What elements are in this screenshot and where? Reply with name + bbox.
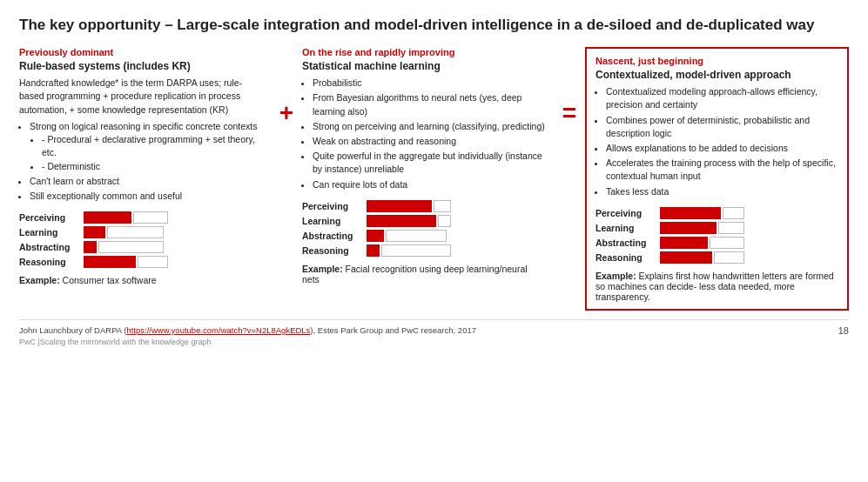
column-col1: Previously dominantRule-based systems (i… bbox=[19, 47, 271, 285]
bullet-item-col2-0: Probabilistic bbox=[313, 77, 545, 90]
chart-row-label-col3-3: Reasoning bbox=[595, 252, 655, 263]
bar-red-col1-2 bbox=[84, 241, 97, 253]
col-label-col3: Nascent, just beginning bbox=[595, 56, 838, 66]
chart-bar-container-col3-2 bbox=[660, 237, 744, 249]
main-title: The key opportunity – Large-scale integr… bbox=[19, 16, 849, 35]
bullet-item-col2-5: Can require lots of data bbox=[313, 178, 545, 191]
sub-bullet-col1-0: Procedural + declarative programming + s… bbox=[30, 133, 262, 173]
example-col2: Example: Facial recognition using deep l… bbox=[302, 264, 545, 285]
col-heading-col1: Rule-based systems (includes KR) bbox=[19, 60, 262, 72]
chart-bar-container-col3-0 bbox=[660, 207, 744, 219]
bullet-item-col2-3: Weak on abstracting and reasoning bbox=[313, 135, 545, 148]
bullet-item-col1-0: Strong on logical reasoning in specific … bbox=[30, 120, 262, 173]
bar-red-col2-2 bbox=[367, 230, 384, 242]
chart-row-label-col3-0: Perceiving bbox=[595, 208, 655, 218]
chart-row-col3-1: Learning bbox=[595, 222, 838, 234]
citation-link[interactable]: https://www.youtube.com/watch?v=N2L8AgkE… bbox=[126, 325, 310, 335]
chart-col3: PerceivingLearningAbstractingReasoning bbox=[595, 207, 838, 264]
chart-row-col3-0: Perceiving bbox=[595, 207, 838, 219]
columns-container: Previously dominantRule-based systems (i… bbox=[19, 47, 849, 311]
column-col2: On the rise and rapidly improvingStatist… bbox=[302, 47, 554, 285]
chart-row-label-col1-0: Perceiving bbox=[19, 212, 78, 223]
operator-equals: = bbox=[554, 47, 585, 127]
bullet-item-col2-2: Strong on perceiving and learning (class… bbox=[313, 120, 545, 133]
chart-bar-container-col1-2 bbox=[84, 241, 164, 253]
chart-row-label-col2-3: Reasoning bbox=[302, 245, 361, 256]
bar-red-col3-3 bbox=[660, 251, 712, 264]
chart-row-col2-3: Reasoning bbox=[302, 244, 545, 257]
chart-row-col2-1: Learning bbox=[302, 215, 545, 227]
bar-white-col3-2 bbox=[710, 237, 744, 249]
chart-row-label-col3-1: Learning bbox=[595, 223, 655, 233]
bullet-item-col3-0: Contextualized modeling approach-allows … bbox=[606, 85, 838, 111]
bar-white-col2-3 bbox=[381, 244, 451, 257]
chart-row-label-col3-2: Abstracting bbox=[595, 238, 655, 248]
bar-white-col3-1 bbox=[718, 222, 744, 234]
example-col1: Example: Consumer tax software bbox=[19, 275, 262, 285]
slide-container: The key opportunity – Large-scale integr… bbox=[19, 16, 849, 346]
chart-row-col1-3: Reasoning bbox=[19, 256, 262, 268]
bullet-item-col1-1: Can't learn or abstract bbox=[30, 175, 262, 188]
chart-bar-container-col1-0 bbox=[84, 211, 168, 224]
col-label-col1: Previously dominant bbox=[19, 47, 262, 57]
chart-bar-container-col1-3 bbox=[84, 256, 168, 268]
bar-red-col2-1 bbox=[367, 215, 436, 227]
bullet-list-col2: ProbabilisticFrom Bayesian algorithms to… bbox=[302, 77, 545, 191]
sub-item-col1-0-0: Procedural + declarative programming + s… bbox=[42, 133, 262, 158]
bullet-item-col3-2: Allows explanations to be added to decis… bbox=[606, 142, 838, 155]
col-heading-col3: Contextualized, model-driven approach bbox=[595, 69, 838, 81]
chart-bar-container-col2-3 bbox=[367, 244, 451, 257]
chart-col2: PerceivingLearningAbstractingReasoning bbox=[302, 200, 545, 257]
bar-red-col1-3 bbox=[84, 256, 136, 268]
bar-white-col2-1 bbox=[438, 215, 451, 227]
chart-bar-container-col3-3 bbox=[660, 251, 744, 264]
chart-bar-container-col2-1 bbox=[367, 215, 451, 227]
chart-bar-container-col3-1 bbox=[660, 222, 744, 234]
bar-white-col3-0 bbox=[723, 207, 744, 219]
bar-white-col3-3 bbox=[714, 251, 744, 264]
bar-red-col1-1 bbox=[84, 226, 105, 238]
col-para-col1-0: Handcrafted knowledge* is the term DARPA… bbox=[19, 77, 262, 117]
bar-red-col2-0 bbox=[367, 200, 432, 212]
bar-red-col3-2 bbox=[660, 237, 708, 249]
chart-row-label-col1-3: Reasoning bbox=[19, 257, 78, 267]
bar-red-col3-0 bbox=[660, 207, 721, 219]
bullet-item-col2-4: Quite powerful in the aggregate but indi… bbox=[313, 150, 545, 176]
sub-item-col1-0-1: Deterministic bbox=[42, 160, 262, 173]
bar-red-col3-1 bbox=[660, 222, 717, 234]
chart-col1: PerceivingLearningAbstractingReasoning bbox=[19, 211, 262, 268]
chart-row-label-col2-0: Perceiving bbox=[302, 201, 361, 211]
chart-bar-container-col2-0 bbox=[367, 200, 451, 212]
chart-row-col2-2: Abstracting bbox=[302, 230, 545, 242]
bullet-item-col2-1: From Bayesian algorithms to neural nets … bbox=[313, 91, 545, 117]
chart-bar-container-col2-2 bbox=[367, 230, 447, 242]
bullet-item-col1-2: Still exceptionally common and useful bbox=[30, 190, 262, 203]
bar-white-col2-2 bbox=[386, 230, 447, 242]
bar-white-col1-2 bbox=[98, 241, 164, 253]
operator-plus: + bbox=[271, 47, 302, 127]
chart-row-col1-0: Perceiving bbox=[19, 211, 262, 224]
bar-red-col1-0 bbox=[84, 211, 131, 224]
col-label-col2: On the rise and rapidly improving bbox=[302, 47, 545, 57]
bar-white-col1-1 bbox=[107, 226, 164, 238]
col-heading-col2: Statistical machine learning bbox=[302, 60, 545, 72]
chart-row-col1-1: Learning bbox=[19, 226, 262, 238]
bar-red-col2-3 bbox=[367, 244, 380, 257]
bullet-list-col1: Strong on logical reasoning in specific … bbox=[19, 120, 262, 204]
chart-row-label-col2-2: Abstracting bbox=[302, 231, 361, 241]
page-number: 18 bbox=[838, 325, 849, 336]
chart-row-label-col1-2: Abstracting bbox=[19, 242, 78, 252]
pwc-footer-label: PwC |Scaling the mirrorworld with the kn… bbox=[19, 338, 849, 346]
chart-row-col3-2: Abstracting bbox=[595, 237, 838, 249]
example-col3: Example: Explains first how handwritten … bbox=[595, 271, 838, 302]
chart-row-label-col1-1: Learning bbox=[19, 227, 78, 238]
bar-white-col1-3 bbox=[138, 256, 168, 268]
chart-row-label-col2-1: Learning bbox=[302, 216, 361, 226]
bullet-item-col3-1: Combines power of deterministic, probabi… bbox=[606, 114, 838, 140]
citation-text: John Launchbury of DARPA (https://www.yo… bbox=[19, 325, 476, 335]
chart-bar-container-col1-1 bbox=[84, 226, 164, 238]
chart-row-col1-2: Abstracting bbox=[19, 241, 262, 253]
column-col3: Nascent, just beginningContextualized, m… bbox=[585, 47, 849, 311]
bullet-item-col3-3: Accelerates the training process with th… bbox=[606, 157, 838, 183]
footer: John Launchbury of DARPA (https://www.yo… bbox=[19, 319, 849, 346]
